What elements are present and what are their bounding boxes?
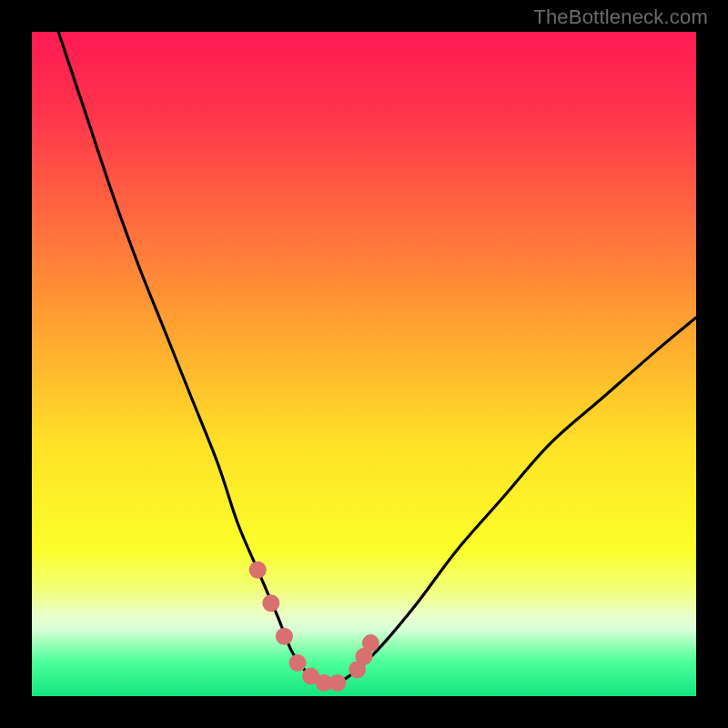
highlight-marker [276, 628, 293, 645]
highlight-marker [329, 674, 346, 692]
bottleneck-curve [58, 32, 696, 684]
watermark-text: TheBottleneck.com [533, 5, 708, 29]
highlight-marker [289, 654, 307, 672]
highlight-marker [362, 634, 379, 652]
highlight-marker [262, 594, 279, 612]
chart-svg [32, 32, 696, 696]
chart-frame: TheBottleneck.com [0, 0, 728, 728]
highlight-markers [249, 561, 379, 692]
highlight-marker [249, 561, 267, 579]
plot-area [32, 32, 696, 696]
